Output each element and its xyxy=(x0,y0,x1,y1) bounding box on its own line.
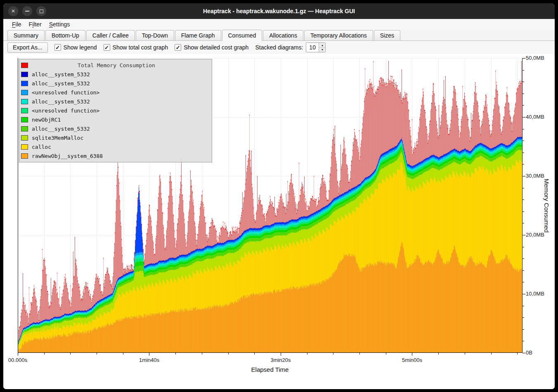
menu-bar: FileFilterSettings xyxy=(3,19,555,30)
spin-down-button[interactable]: ▼ xyxy=(319,48,325,52)
legend-swatch xyxy=(21,117,28,122)
tab-top-down[interactable]: Top-Down xyxy=(136,30,174,41)
minimize-button[interactable] xyxy=(22,6,32,16)
minimize-icon xyxy=(25,11,29,12)
legend-item: alloc__system_5332 xyxy=(19,70,212,79)
close-button[interactable]: ✕ xyxy=(8,6,18,16)
legend-item-label: <unresolved function> xyxy=(32,108,99,114)
chart-legend: Total Memory Consumptionalloc__system_53… xyxy=(19,59,212,162)
tab-summary[interactable]: Summary xyxy=(7,30,45,41)
tab-bottom-up[interactable]: Bottom-Up xyxy=(45,30,85,41)
legend-title: Total Memory Consumption xyxy=(32,62,201,68)
titlebar[interactable]: ✕ Heaptrack - heaptrack.wakunode.1.gz — … xyxy=(3,3,555,19)
legend-item-label: rawNewObj__system_6388 xyxy=(32,153,103,159)
stacked-diagrams-group: Stacked diagrams: 10 ▲ ▼ xyxy=(255,42,326,52)
y-axis-title: Memory Consumed xyxy=(543,179,550,233)
x-tick-label: 1min40s xyxy=(139,357,159,363)
export-as-button[interactable]: Export As... xyxy=(7,42,48,53)
checkbox-box[interactable]: ✓ xyxy=(104,44,110,51)
legend-swatch xyxy=(21,153,28,159)
legend-item-label: newObjRC1 xyxy=(32,117,61,123)
legend-item: alloc__system_5332 xyxy=(19,79,212,88)
spinbox-buttons: ▲ ▼ xyxy=(319,43,325,52)
legend-item: newObjRC1 xyxy=(19,115,212,124)
window-frame: ✕ Heaptrack - heaptrack.wakunode.1.gz — … xyxy=(0,0,558,392)
toolbar: Export As... ✓Show legend✓Show total cos… xyxy=(3,41,555,54)
legend-item-label: calloc xyxy=(32,144,51,150)
checkbox-show-detailed-cost-graph[interactable]: ✓Show detailed cost graph xyxy=(175,44,248,51)
y-tick-label: 30,0MB xyxy=(526,173,544,179)
checkbox-label: Show total cost graph xyxy=(113,44,168,51)
stacked-diagrams-label: Stacked diagrams: xyxy=(255,44,303,51)
heaptrack-window: ✕ Heaptrack - heaptrack.wakunode.1.gz — … xyxy=(3,3,555,389)
legend-item-label: sqlite3MemMalloc xyxy=(32,135,83,141)
checkbox-show-total-cost-graph[interactable]: ✓Show total cost graph xyxy=(104,44,168,51)
checkbox-box[interactable]: ✓ xyxy=(175,44,181,51)
y-tick-label: 20,0MB xyxy=(526,232,544,238)
legend-swatch xyxy=(21,144,28,150)
checkbox-box[interactable]: ✓ xyxy=(54,44,61,51)
x-tick-label: 3min20s xyxy=(270,357,291,363)
legend-item-label: alloc__system_5332 xyxy=(32,80,90,87)
menu-file[interactable]: File xyxy=(8,20,25,29)
menu-filter[interactable]: Filter xyxy=(25,20,45,29)
legend-swatch xyxy=(21,99,28,104)
legend-swatch xyxy=(21,81,28,86)
legend-item-label: alloc__system_5332 xyxy=(32,99,90,105)
chart-area: Total Memory Consumptionalloc__system_53… xyxy=(3,54,555,389)
tab-allocations[interactable]: Allocations xyxy=(263,30,303,41)
tab-caller-callee[interactable]: Caller / Callee xyxy=(86,30,135,41)
y-tick-label: 10,0MB xyxy=(526,291,544,297)
legend-swatch xyxy=(21,108,28,113)
tab-bar: SummaryBottom-UpCaller / CalleeTop-DownF… xyxy=(3,30,555,41)
toolbar-checkboxes: ✓Show legend✓Show total cost graph✓Show … xyxy=(54,44,249,51)
x-tick-label: 5min00s xyxy=(402,357,422,363)
legend-item-label: alloc__system_5332 xyxy=(32,126,90,132)
legend-item: <unresolved function> xyxy=(19,88,212,97)
tab-sizes[interactable]: Sizes xyxy=(374,30,400,41)
stacked-diagrams-spinbox[interactable]: 10 ▲ ▼ xyxy=(306,42,326,52)
legend-swatch xyxy=(21,90,28,95)
legend-item: sqlite3MemMalloc xyxy=(19,133,212,142)
legend-item: calloc xyxy=(19,142,212,151)
legend-item: rawNewObj__system_6388 xyxy=(19,151,212,160)
checkbox-label: Show detailed cost graph xyxy=(184,44,248,51)
spin-up-button[interactable]: ▲ xyxy=(319,43,325,48)
x-tick-label: 00.000s xyxy=(8,357,27,363)
close-icon: ✕ xyxy=(11,9,15,14)
y-tick-label: 0B xyxy=(526,350,532,356)
window-controls: ✕ xyxy=(3,6,46,16)
legend-item: alloc__system_5332 xyxy=(19,124,212,133)
y-tick-label: 50,0MB xyxy=(526,55,544,61)
legend-item: alloc__system_5332 xyxy=(19,97,212,106)
checkbox-label: Show legend xyxy=(64,44,97,51)
legend-swatch xyxy=(21,135,28,141)
tab-temporary-allocations[interactable]: Temporary Allocations xyxy=(304,30,373,41)
tab-consumed[interactable]: Consumed xyxy=(222,30,262,41)
legend-swatch xyxy=(21,72,28,77)
legend-item-label: <unresolved function> xyxy=(32,89,99,96)
tab-flame-graph[interactable]: Flame Graph xyxy=(175,30,221,41)
legend-item-label: alloc__system_5332 xyxy=(32,71,90,77)
x-axis-title: Elapsed Time xyxy=(251,366,289,373)
maximize-button[interactable] xyxy=(36,6,46,16)
legend-item: <unresolved function> xyxy=(19,106,212,115)
legend-swatch xyxy=(21,126,28,131)
spinbox-value: 10 xyxy=(306,43,319,52)
menu-settings[interactable]: Settings xyxy=(45,20,74,29)
window-title: Heaptrack - heaptrack.wakunode.1.gz — He… xyxy=(3,8,555,14)
maximize-icon xyxy=(40,9,43,13)
y-tick-label: 40,0MB xyxy=(526,114,544,120)
legend-title-row: Total Memory Consumption xyxy=(19,61,212,70)
legend-swatch-total xyxy=(21,63,28,68)
checkbox-show-legend[interactable]: ✓Show legend xyxy=(54,44,97,51)
